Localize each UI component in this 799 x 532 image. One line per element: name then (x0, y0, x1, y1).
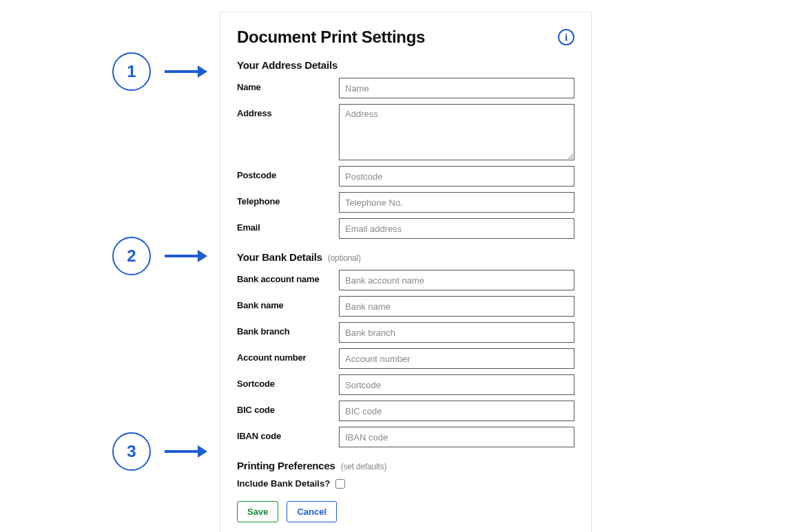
label-iban: IBAN code (237, 427, 339, 441)
callout-bubble-2: 2 (112, 237, 151, 275)
label-address: Address (237, 104, 339, 118)
callout-1: 1 (112, 52, 207, 91)
row-iban: IBAN code (237, 427, 574, 447)
row-postcode: Postcode (237, 166, 574, 187)
account-number-input[interactable] (339, 348, 574, 369)
arrow-icon (165, 65, 207, 78)
section-heading-printing: Printing Preferences (set defaults) (237, 460, 574, 471)
row-bic: BIC code (237, 401, 574, 421)
bic-input[interactable] (339, 401, 574, 421)
bank-account-name-input[interactable] (339, 270, 574, 290)
row-account-number: Account number (237, 348, 574, 369)
callout-3: 3 (112, 432, 207, 471)
panel-title: Document Print Settings (237, 28, 425, 47)
name-input[interactable] (339, 78, 574, 98)
button-row: Save Cancel (237, 501, 574, 522)
save-button[interactable]: Save (237, 501, 278, 522)
row-email: Email (237, 218, 574, 239)
label-account-number: Account number (237, 348, 339, 363)
label-include-bank: Include Bank Details? (237, 478, 330, 489)
row-name: Name (237, 78, 574, 98)
arrow-icon (165, 250, 207, 262)
info-icon[interactable]: i (558, 29, 574, 45)
label-postcode: Postcode (237, 166, 339, 180)
label-bank-branch: Bank branch (237, 322, 339, 337)
bank-heading-note: (optional) (328, 253, 361, 263)
printing-heading-note: (set defaults) (341, 462, 387, 471)
bank-heading-text: Your Bank Details (237, 251, 322, 263)
bank-branch-input[interactable] (339, 322, 574, 343)
label-bank-account-name: Bank account name (237, 270, 339, 284)
postcode-input[interactable] (339, 166, 574, 187)
section-heading-bank: Your Bank Details (optional) (237, 251, 574, 263)
label-telephone: Telephone (237, 192, 339, 206)
label-name: Name (237, 78, 339, 92)
callout-bubble-3: 3 (112, 432, 151, 471)
label-bank-name: Bank name (237, 296, 339, 310)
address-textarea[interactable] (339, 104, 574, 160)
label-bic: BIC code (237, 401, 339, 415)
section-heading-address: Your Address Details (237, 59, 574, 71)
row-sortcode: Sortcode (237, 374, 574, 395)
callout-bubble-1: 1 (112, 52, 151, 91)
row-bank-branch: Bank branch (237, 322, 574, 343)
row-include-bank: Include Bank Details? (237, 478, 574, 489)
panel-header: Document Print Settings i (237, 28, 574, 47)
arrow-icon (165, 445, 207, 458)
row-telephone: Telephone (237, 192, 574, 213)
row-address: Address (237, 104, 574, 160)
settings-panel: Document Print Settings i Your Address D… (220, 12, 592, 532)
include-bank-checkbox[interactable] (335, 479, 345, 489)
cancel-button[interactable]: Cancel (287, 501, 337, 522)
email-input[interactable] (339, 218, 574, 239)
bank-name-input[interactable] (339, 296, 574, 317)
iban-input[interactable] (339, 427, 574, 447)
row-bank-account-name: Bank account name (237, 270, 574, 290)
row-bank-name: Bank name (237, 296, 574, 317)
printing-heading-text: Printing Preferences (237, 460, 335, 471)
label-email: Email (237, 218, 339, 233)
sortcode-input[interactable] (339, 374, 574, 395)
label-sortcode: Sortcode (237, 374, 339, 389)
callout-2: 2 (112, 237, 207, 275)
telephone-input[interactable] (339, 192, 574, 213)
